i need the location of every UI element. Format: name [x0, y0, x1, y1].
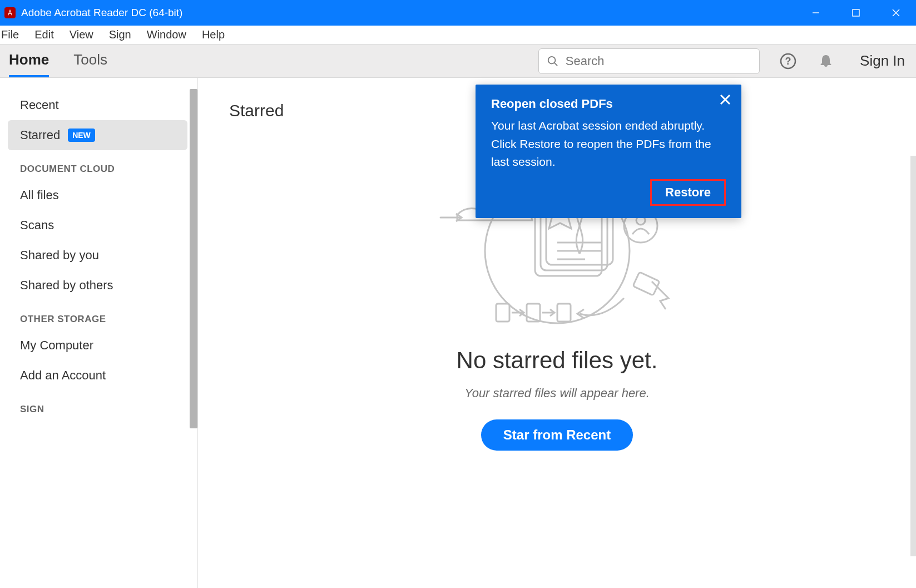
menu-sign[interactable]: Sign [109, 28, 131, 41]
menu-window[interactable]: Window [147, 28, 186, 41]
sidebar-heading-other-storage: OTHER STORAGE [0, 300, 197, 330]
empty-state-heading: No starred files yet. [457, 347, 658, 374]
svg-line-5 [554, 62, 557, 65]
menu-bar: File Edit View Sign Window Help [0, 26, 916, 45]
sidebar-item-label: Recent [20, 98, 59, 112]
new-badge: NEW [68, 129, 95, 142]
help-button[interactable]: ? [779, 52, 798, 71]
window-title: Adobe Acrobat Reader DC (64-bit) [21, 7, 796, 19]
sidebar-item-starred[interactable]: Starred NEW [8, 120, 187, 150]
search-input[interactable] [566, 54, 751, 68]
sidebar-item-scans[interactable]: Scans [0, 210, 197, 240]
window-close-button[interactable] [876, 0, 916, 26]
svg-rect-18 [632, 272, 659, 295]
sidebar-item-recent[interactable]: Recent [0, 90, 197, 120]
sidebar-heading-sign: SIGN [0, 391, 197, 421]
sidebar-scrollbar[interactable] [190, 89, 197, 428]
svg-text:?: ? [785, 56, 791, 67]
menu-file[interactable]: File [1, 28, 19, 41]
main-scrollbar[interactable] [910, 156, 916, 556]
popup-title: Reopen closed PDFs [491, 97, 726, 111]
reopen-pdfs-popup: Reopen closed PDFs Your last Acrobat ses… [476, 85, 741, 218]
svg-rect-23 [557, 304, 571, 322]
window-minimize-button[interactable] [796, 0, 836, 26]
sidebar-item-add-account[interactable]: Add an Account [0, 360, 197, 391]
sidebar-item-label: Starred [20, 128, 60, 142]
menu-view[interactable]: View [70, 28, 93, 41]
acrobat-logo-icon [4, 7, 16, 18]
popup-close-button[interactable] [719, 93, 731, 108]
restore-button[interactable]: Restore [650, 179, 726, 206]
sign-in-link[interactable]: Sign In [860, 52, 905, 70]
sidebar-item-my-computer[interactable]: My Computer [0, 330, 197, 360]
help-icon: ? [780, 53, 796, 70]
star-from-recent-button[interactable]: Star from Recent [481, 419, 633, 451]
search-box[interactable] [538, 48, 760, 74]
svg-point-4 [548, 56, 556, 63]
sidebar-item-shared-by-others[interactable]: Shared by others [0, 270, 197, 300]
svg-rect-19 [496, 304, 509, 322]
bell-icon [818, 53, 834, 70]
sidebar-heading-document-cloud: DOCUMENT CLOUD [0, 150, 197, 180]
close-icon [719, 93, 731, 106]
window-maximize-button[interactable] [836, 0, 876, 26]
empty-state-subtext: Your starred files will appear here. [464, 386, 650, 401]
sidebar-item-shared-by-you[interactable]: Shared by you [0, 240, 197, 270]
svg-rect-1 [853, 9, 859, 16]
menu-help[interactable]: Help [202, 28, 225, 41]
popup-body: Your last Acrobat session ended abruptly… [491, 117, 726, 171]
menu-edit[interactable]: Edit [34, 28, 53, 41]
title-bar: Adobe Acrobat Reader DC (64-bit) [0, 0, 916, 26]
tab-home[interactable]: Home [9, 45, 49, 77]
tab-tools[interactable]: Tools [73, 45, 107, 77]
search-icon [547, 55, 559, 68]
app-toolbar: Home Tools ? Sign In [0, 45, 916, 78]
sidebar-item-all-files[interactable]: All files [0, 180, 197, 210]
notifications-button[interactable] [816, 52, 835, 71]
sidebar: Recent Starred NEW DOCUMENT CLOUD All fi… [0, 78, 198, 588]
